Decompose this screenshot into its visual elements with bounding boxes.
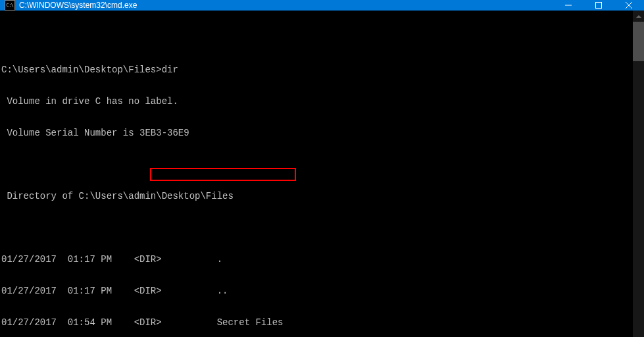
terminal-line: Directory of C:\Users\admin\Desktop\File… (1, 191, 633, 201)
scrollbar-track[interactable] (633, 22, 644, 337)
maximize-icon (595, 2, 602, 9)
terminal-line: 01/27/2017 01:17 PM <DIR> . (1, 254, 633, 265)
minimize-button[interactable] (553, 0, 583, 11)
cmd-icon: C:\ (5, 0, 15, 11)
close-icon (626, 2, 632, 9)
terminal-line (1, 159, 633, 170)
maximize-button[interactable] (583, 0, 614, 11)
scrollbar-thumb[interactable] (633, 22, 644, 61)
svg-rect-1 (596, 3, 602, 9)
terminal-line: 01/27/2017 01:54 PM <DIR> Secret Files (1, 317, 633, 328)
window-title: C:\WINDOWS\system32\cmd.exe (19, 1, 553, 10)
terminal-line: Volume in drive C has no label. (1, 96, 633, 107)
terminal-line: C:\Users\admin\Desktop\Files>dir (1, 65, 633, 75)
titlebar[interactable]: C:\ C:\WINDOWS\system32\cmd.exe (0, 0, 644, 11)
terminal-line (1, 33, 633, 43)
terminal-wrapper: C:\Users\admin\Desktop\Files>dir Volume … (0, 11, 644, 337)
terminal-content[interactable]: C:\Users\admin\Desktop\Files>dir Volume … (0, 11, 633, 337)
scrollbar[interactable] (633, 11, 644, 337)
window-controls (553, 0, 644, 11)
terminal-line: 01/27/2017 01:17 PM <DIR> .. (1, 286, 633, 296)
chevron-up-icon (636, 15, 641, 18)
terminal-line: Volume Serial Number is 3EB3-36E9 (1, 128, 633, 138)
terminal-line (1, 222, 633, 233)
highlight-annotation (150, 168, 296, 181)
minimize-icon (565, 2, 572, 9)
cmd-window: C:\ C:\WINDOWS\system32\cmd.exe C:\Users… (0, 0, 644, 337)
scrollbar-up-button[interactable] (633, 11, 644, 22)
close-button[interactable] (614, 0, 644, 11)
